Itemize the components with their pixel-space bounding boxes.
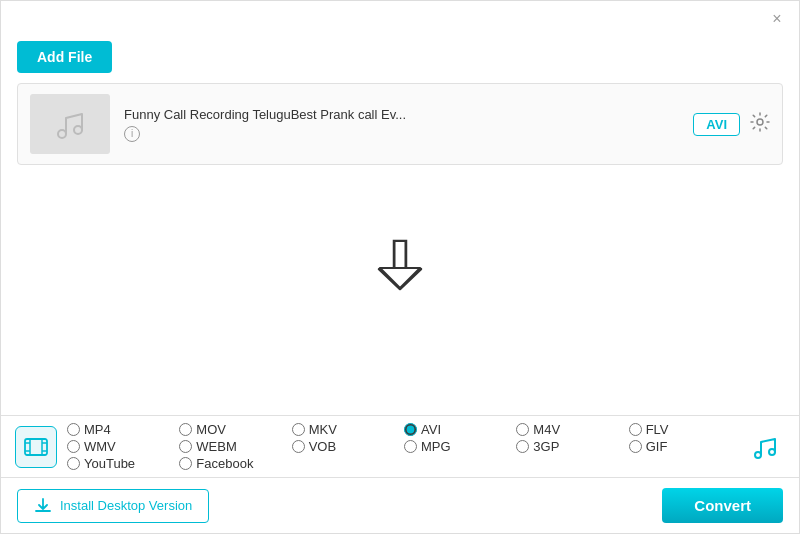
file-info: Funny Call Recording TeluguBest Prank ca… (124, 107, 679, 142)
format-option-mkv[interactable]: MKV (292, 422, 404, 437)
convert-button[interactable]: Convert (662, 488, 783, 523)
music-note-icon (52, 106, 88, 142)
audio-format-icon[interactable] (741, 424, 787, 470)
format-option-avi[interactable]: AVI (404, 422, 516, 437)
file-list: Funny Call Recording TeluguBest Prank ca… (17, 83, 783, 165)
format-option-mpg[interactable]: MPG (404, 439, 516, 454)
format-option-mov[interactable]: MOV (179, 422, 291, 437)
file-item: Funny Call Recording TeluguBest Prank ca… (18, 84, 782, 164)
file-name: Funny Call Recording TeluguBest Prank ca… (124, 107, 679, 122)
format-option-youtube[interactable]: YouTube (67, 456, 179, 471)
action-bar: Install Desktop Version Convert (1, 478, 799, 533)
bottom-bar: MP4 MOV MKV AVI M4V FLV (1, 415, 799, 533)
svg-point-1 (757, 119, 763, 125)
format-badge-button[interactable]: AVI (693, 113, 740, 136)
format-option-flv[interactable]: FLV (629, 422, 741, 437)
format-option-3gp[interactable]: 3GP (516, 439, 628, 454)
svg-rect-7 (25, 439, 47, 455)
install-desktop-button[interactable]: Install Desktop Version (17, 489, 209, 523)
settings-icon[interactable] (750, 112, 770, 137)
format-bar: MP4 MOV MKV AVI M4V FLV (1, 416, 799, 478)
format-options: MP4 MOV MKV AVI M4V FLV (67, 422, 741, 471)
format-option-facebook[interactable]: Facebook (179, 456, 291, 471)
svg-marker-6 (380, 268, 420, 288)
download-icon (34, 497, 52, 515)
toolbar: Add File (1, 37, 799, 83)
file-thumbnail (30, 94, 110, 154)
arrow-area (1, 165, 799, 365)
format-option-wmv[interactable]: WMV (67, 439, 179, 454)
svg-rect-5 (395, 241, 406, 268)
file-actions: AVI (693, 112, 770, 137)
format-option-m4v[interactable]: M4V (516, 422, 628, 437)
format-option-vob[interactable]: VOB (292, 439, 404, 454)
svg-point-0 (74, 126, 82, 134)
film-icon (23, 434, 49, 460)
title-bar: × (1, 1, 799, 37)
video-format-icon[interactable] (15, 426, 57, 468)
close-button[interactable]: × (767, 9, 787, 29)
svg-point-14 (769, 449, 775, 455)
download-arrow-icon (377, 239, 423, 291)
format-option-gif[interactable]: GIF (629, 439, 741, 454)
add-file-button[interactable]: Add File (17, 41, 112, 73)
format-option-mp4[interactable]: MP4 (67, 422, 179, 437)
info-icon[interactable]: i (124, 126, 140, 142)
format-icon-container (13, 424, 59, 470)
format-option-webm[interactable]: WEBM (179, 439, 291, 454)
